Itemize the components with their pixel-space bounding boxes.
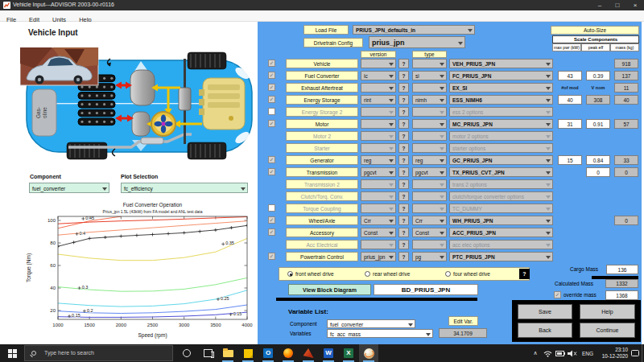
- version-dropdown-vehicle[interactable]: [361, 59, 396, 68]
- override-mass-input[interactable]: 1368: [605, 290, 638, 300]
- back-button[interactable]: Back: [518, 323, 572, 338]
- file-dropdown-generator[interactable]: GC_PRIUS_JPN: [449, 155, 553, 165]
- help-button-fuel-converter[interactable]: ?: [398, 71, 409, 80]
- cortana-icon[interactable]: [177, 344, 196, 362]
- view-block-diagram-button[interactable]: View Block Diagram: [288, 284, 371, 295]
- component-button-accessory[interactable]: Accessory: [286, 228, 358, 237]
- varlist-variable-dropdown[interactable]: fc_acc_mass: [327, 329, 433, 338]
- file-dropdown-transmission[interactable]: TX_PRIUS_CVT_JPN: [449, 167, 553, 177]
- row-checkbox-vehicle[interactable]: ✓: [268, 60, 275, 67]
- varlist-component-dropdown[interactable]: fuel_converter: [327, 319, 415, 328]
- file-explorer-icon[interactable]: [218, 344, 237, 362]
- component-button-generator[interactable]: Generator: [286, 155, 358, 165]
- search-input[interactable]: Type here to search: [24, 345, 173, 361]
- minimize-button[interactable]: –: [591, 0, 609, 10]
- type-dropdown-wheel-axle[interactable]: Crr: [412, 216, 447, 225]
- type-dropdown-fuel-converter[interactable]: si: [412, 71, 447, 80]
- save-button[interactable]: Save: [518, 304, 572, 319]
- row-checkbox-wheel-axle[interactable]: ✓: [268, 216, 275, 224]
- drive-help-button[interactable]: ?: [519, 269, 530, 279]
- help-button-clutch-torq-conv[interactable]: ?: [398, 191, 409, 201]
- radio-rear-wheel-drive[interactable]: rear wheel drive: [365, 271, 410, 278]
- row-checkbox-fuel-converter[interactable]: ✓: [268, 72, 275, 79]
- motor-value-input[interactable]: 0.91: [586, 119, 610, 129]
- file-dropdown-accessory[interactable]: ACC_PRIUS_JPN: [449, 228, 553, 237]
- row-checkbox-generator[interactable]: ✓: [268, 156, 275, 163]
- help-button-torque-coupling[interactable]: ?: [398, 204, 409, 213]
- help-button-motor[interactable]: ?: [398, 119, 409, 129]
- file-dropdown-energy-storage[interactable]: ESS_NIMH6: [449, 95, 553, 105]
- version-dropdown-transmission[interactable]: pgcvt: [361, 167, 396, 177]
- row-checkbox-energy-storage[interactable]: ✓: [268, 96, 275, 103]
- auto-size-button[interactable]: Auto-Size: [551, 26, 639, 35]
- help-button-starter[interactable]: ?: [398, 143, 409, 153]
- version-dropdown-exhaust-aftertreat[interactable]: [361, 83, 396, 93]
- load-file-button[interactable]: Load File: [303, 25, 349, 35]
- radio-four-wheel-drive[interactable]: four wheel drive: [445, 271, 490, 278]
- version-dropdown-accessory[interactable]: Const: [361, 228, 396, 237]
- component-button-motor[interactable]: Motor: [286, 119, 358, 129]
- edit-var-button[interactable]: Edit Var.: [448, 316, 478, 326]
- row-checkbox-motor[interactable]: ✓: [268, 120, 275, 127]
- version-dropdown-powertrain-control[interactable]: prius_jpn: [361, 252, 396, 261]
- row-checkbox-energy-storage-2[interactable]: [268, 108, 275, 115]
- help-button-energy-storage[interactable]: ?: [398, 95, 409, 105]
- radio-front-wheel-drive[interactable]: front wheel drive: [287, 271, 334, 278]
- row-checkbox-torque-coupling[interactable]: [268, 204, 275, 212]
- type-dropdown-motor[interactable]: [412, 119, 447, 129]
- component-button-transmission[interactable]: Transmission: [286, 167, 358, 177]
- type-dropdown-accessory[interactable]: Const: [412, 228, 447, 237]
- component-button-exhaust-aftertreat[interactable]: Exhaust Aftertreat: [286, 83, 358, 93]
- battery-icon[interactable]: [554, 344, 566, 362]
- start-button[interactable]: [0, 344, 24, 362]
- version-dropdown-energy-storage[interactable]: rint: [361, 95, 396, 105]
- type-dropdown-transmission[interactable]: pgcvt: [412, 167, 447, 177]
- transmission-value-input[interactable]: 0: [586, 167, 610, 177]
- component-button-wheel-axle[interactable]: Wheel/Axle: [286, 216, 358, 225]
- continue-button[interactable]: Continue: [580, 323, 635, 338]
- language-indicator[interactable]: ENG: [578, 344, 597, 362]
- energy-storage-value-input[interactable]: 40: [558, 95, 582, 105]
- firefox-icon[interactable]: [279, 344, 298, 362]
- file-dropdown-fuel-converter[interactable]: FC_PRIUS_JPN: [449, 71, 553, 80]
- action-center-icon[interactable]: [629, 344, 641, 362]
- row-checkbox-transmission[interactable]: ✓: [268, 168, 275, 175]
- network-icon[interactable]: [542, 344, 554, 362]
- sticky-notes-icon[interactable]: [238, 344, 258, 362]
- row-checkbox-powertrain-control[interactable]: ✓: [268, 253, 275, 260]
- file-dropdown-motor[interactable]: MC_PRIUS_JPN: [449, 119, 553, 129]
- file-dropdown-wheel-axle[interactable]: WH_PRIUS_JPN: [449, 216, 553, 225]
- override-mass-checkbox[interactable]: ✓: [554, 291, 561, 298]
- row-checkbox-exhaust-aftertreat[interactable]: ✓: [268, 84, 275, 91]
- row-checkbox-accessory[interactable]: ✓: [268, 228, 275, 236]
- drivetrain-config-button[interactable]: Drivetrain Config: [303, 38, 363, 47]
- version-dropdown-fuel-converter[interactable]: ic: [361, 71, 396, 80]
- close-button[interactable]: ×: [626, 0, 644, 10]
- component-button-energy-storage[interactable]: Energy Storage: [286, 95, 358, 105]
- plot-selection-dropdown[interactable]: fc_efficiency: [121, 183, 248, 193]
- clock[interactable]: 23:10 10-12-2020: [596, 347, 628, 360]
- help-button-motor-2[interactable]: ?: [398, 131, 409, 141]
- version-dropdown-generator[interactable]: reg: [361, 155, 396, 165]
- type-dropdown-generator[interactable]: reg: [412, 155, 447, 165]
- load-file-dropdown[interactable]: PRIUS_JPN_defaults_in: [353, 25, 475, 35]
- help-button-generator[interactable]: ?: [398, 155, 409, 165]
- file-dropdown-vehicle[interactable]: VEH_PRIUS_JPN: [449, 59, 553, 68]
- component-button-vehicle[interactable]: Vehicle: [286, 59, 358, 68]
- generator-value-input[interactable]: 15: [558, 155, 582, 165]
- volume-muted-icon[interactable]: [566, 344, 578, 362]
- word-icon[interactable]: W: [319, 344, 338, 362]
- cargo-mass-input[interactable]: 136: [606, 265, 638, 274]
- type-dropdown-powertrain-control[interactable]: pg: [412, 252, 447, 261]
- help-button-energy-storage-2[interactable]: ?: [398, 107, 409, 117]
- tray-expand-icon[interactable]: ∧: [530, 344, 541, 362]
- fuel-converter-value-input[interactable]: 43: [558, 71, 582, 80]
- help-button[interactable]: Help: [580, 304, 635, 319]
- maximize-button[interactable]: □: [609, 0, 626, 10]
- help-button-powertrain-control[interactable]: ?: [398, 252, 409, 261]
- help-button-wheel-axle[interactable]: ?: [398, 216, 409, 225]
- component-button-fuel-converter[interactable]: Fuel Converter: [286, 71, 358, 80]
- matlab-icon[interactable]: [299, 344, 318, 362]
- file-dropdown-powertrain-control[interactable]: PTC_PRIUS_JPN: [449, 252, 553, 261]
- help-button-transmission-2[interactable]: ?: [398, 179, 409, 189]
